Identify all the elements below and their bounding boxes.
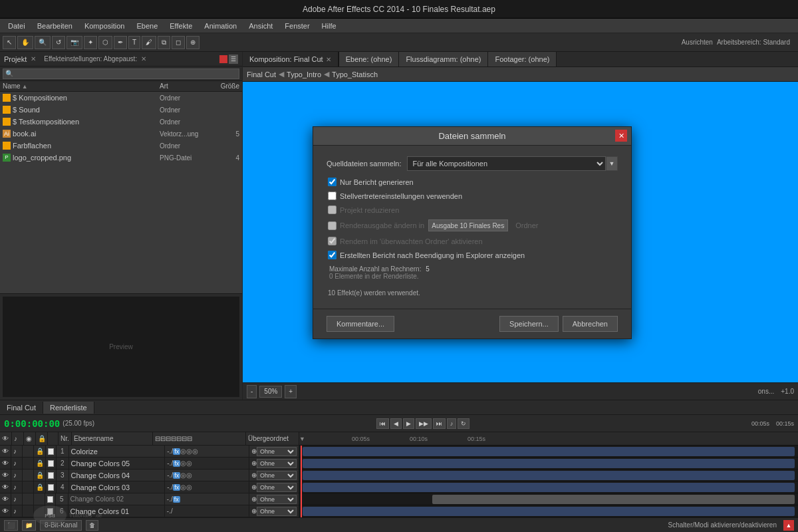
source-label: Quelldateien sammeln:: [327, 160, 402, 168]
dropdown-arrow-icon[interactable]: ▼: [606, 156, 618, 171]
cb-nur-bericht-input[interactable]: [328, 178, 336, 186]
cb-projekt-input: [328, 205, 336, 214]
cb-watch-label: Rendern im 'überwachten Ordner' aktivier…: [340, 237, 483, 245]
cb-explorer-label: Erstellten Bericht nach Beendigung im Ex…: [340, 251, 525, 259]
cb-projekt-label: Projekt reduzieren: [340, 206, 399, 214]
dialog-overlay: Dateien sammeln ✕ Quelldateien sammeln: …: [0, 0, 798, 532]
cb-watch: Rendern im 'überwachten Ordner' aktivier…: [327, 237, 618, 245]
cb-projekt: Projekt reduzieren: [327, 205, 618, 214]
max-label: Maximale Anzahl an Rechnern: 5: [329, 265, 430, 273]
source-row: Quelldateien sammeln: Für alle Kompositi…: [327, 156, 618, 171]
dialog-footer: Kommentare... Speichern... Abbrechen: [313, 309, 631, 338]
dialog-close-button[interactable]: ✕: [615, 130, 627, 142]
max-count-row: Maximale Anzahl an Rechnern: 5 0 Element…: [327, 265, 618, 280]
cb-render: Renderausgabe ändern in Ordner: [327, 219, 618, 231]
dialog-titlebar: Dateien sammeln ✕: [313, 127, 631, 146]
cb-render-label: Renderausgabe ändern in: [340, 221, 424, 229]
effects-info: 10 Effekt(e) werden verwendet.: [328, 289, 618, 297]
render-info: 0 Elemente in der Renderliste.: [329, 273, 618, 280]
dialog-body: Quelldateien sammeln: Für alle Kompositi…: [313, 146, 631, 309]
max-value: 5: [426, 265, 430, 273]
cb-stellvertreter-label: Stellvertretereinstellungen verwenden: [340, 192, 462, 200]
dialog-dateien-sammeln: Dateien sammeln ✕ Quelldateien sammeln: …: [313, 126, 632, 339]
effects-info-row: 10 Effekt(e) werden verwendet.: [327, 289, 618, 297]
cancel-button[interactable]: Abbrechen: [563, 316, 618, 332]
dialog-title: Dateien sammeln: [438, 131, 505, 141]
cb-nur-bericht: Nur Bericht generieren: [327, 178, 618, 186]
cb-explorer: Erstellten Bericht nach Beendigung im Ex…: [327, 251, 618, 259]
cb-stellvertreter-input[interactable]: [328, 192, 336, 200]
comments-button[interactable]: Kommentare...: [327, 316, 394, 332]
cb-watch-input: [328, 237, 336, 245]
save-button[interactable]: Speichern...: [499, 316, 559, 332]
cb-stellvertreter: Stellvertretereinstellungen verwenden: [327, 192, 618, 200]
ordner-label: Ordner: [515, 221, 538, 229]
cb-explorer-input[interactable]: [328, 251, 336, 259]
cb-render-input: [328, 221, 336, 230]
cb-nur-bericht-label: Nur Bericht generieren: [340, 178, 414, 186]
render-folder-field[interactable]: [428, 219, 508, 231]
source-select[interactable]: Für alle Kompositionen: [407, 156, 606, 171]
